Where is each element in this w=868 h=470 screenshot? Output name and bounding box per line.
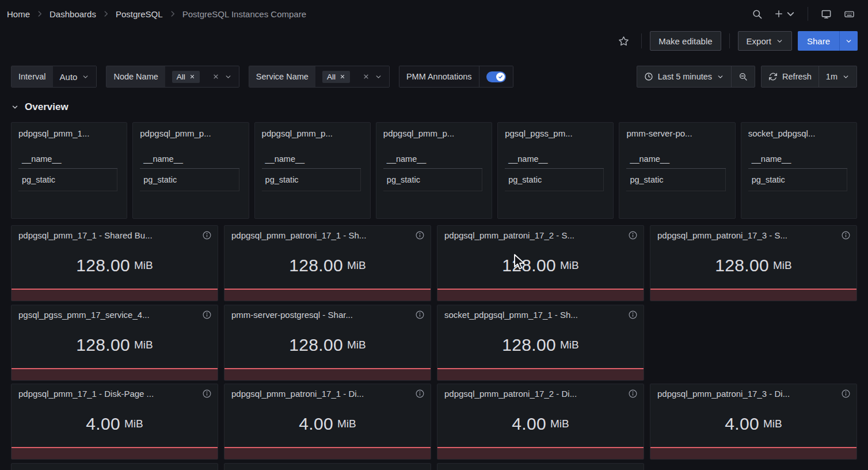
refresh-icon xyxy=(768,72,778,81)
breadcrumb-dashboards[interactable]: Dashboards xyxy=(50,9,96,19)
info-icon[interactable] xyxy=(841,230,851,240)
chevron-down-icon xyxy=(845,37,852,45)
panel-title[interactable]: pdpgsql_pmm_patroni_17_3 - Di... xyxy=(657,389,794,399)
share-split-button: Share xyxy=(798,31,858,51)
node-name-selected-chip[interactable]: All xyxy=(172,71,200,83)
panel-title[interactable]: pdpgsql_pmm_patroni_17_2 - S... xyxy=(444,230,579,240)
stat-panel[interactable]: pdpgsql_pmm_patroni_17_1 - Sh... 128.00M… xyxy=(224,225,431,301)
overview-section-toggle[interactable]: Overview xyxy=(11,101,857,113)
info-icon[interactable] xyxy=(415,389,425,399)
info-icon[interactable] xyxy=(202,230,212,240)
stat-panel[interactable] xyxy=(437,463,644,470)
empty-grid-slot xyxy=(650,305,857,381)
panel-title[interactable]: pmm-server-po... xyxy=(619,123,734,138)
table-column-header[interactable]: __name__ xyxy=(748,151,847,169)
stat-value: 128.00 xyxy=(502,256,556,275)
table-column-header[interactable]: __name__ xyxy=(383,151,482,169)
panel-title[interactable]: pdpgsql_pmm_1... xyxy=(12,123,127,138)
refresh-button[interactable]: Refresh xyxy=(762,66,818,87)
stat-value: 4.00 xyxy=(512,414,546,434)
overview-panel[interactable]: pdpgsql_pmm_p... __name__pg_static xyxy=(132,122,249,219)
info-icon[interactable] xyxy=(415,310,425,320)
panel-title[interactable]: pdpgsql_pmm_patroni_17_2 - Di... xyxy=(444,389,581,399)
clear-selection-icon[interactable] xyxy=(363,73,370,80)
panel-title[interactable]: pgsql_pgss_pm... xyxy=(498,123,613,138)
breadcrumb-postgresql[interactable]: PostgreSQL xyxy=(116,9,163,19)
overview-panel[interactable]: socket_pdpgsql... __name__pg_static xyxy=(741,122,857,219)
search-button[interactable] xyxy=(747,4,767,24)
stat-panel[interactable]: socket_pdpgsql_pmm_17_1 - Sh... 128.00Mi… xyxy=(437,305,644,381)
stat-value: 4.00 xyxy=(299,414,333,434)
info-icon[interactable] xyxy=(628,389,638,399)
share-menu-button[interactable] xyxy=(839,31,858,51)
stat-unit: MiB xyxy=(347,339,366,351)
stat-panel[interactable]: pmm-server-postgresql - Shar... 128.00Mi… xyxy=(224,305,431,381)
stat-panel[interactable]: pdpgsql_pmm_patroni_17_3 - S... 128.00Mi… xyxy=(650,225,857,301)
stat-panel[interactable] xyxy=(11,463,218,470)
interval-select[interactable]: Auto xyxy=(53,66,97,87)
panel-title[interactable]: pmm-server-postgresql - Shar... xyxy=(231,310,357,320)
stat-value: 128.00 xyxy=(76,335,130,355)
add-menu-button[interactable] xyxy=(770,4,800,24)
info-icon[interactable] xyxy=(202,310,212,320)
panel-title[interactable]: pdpgsql_pmm_patroni_17_1 - Sh... xyxy=(231,230,371,240)
overview-panel[interactable]: pdpgsql_pmm_1... __name__pg_static xyxy=(11,122,127,219)
stat-panel[interactable] xyxy=(224,463,431,470)
stat-panel[interactable]: pdpgsql_pmm_patroni_17_3 - Di... 4.00MiB xyxy=(650,384,857,460)
table-column-header[interactable]: __name__ xyxy=(262,151,361,169)
panel-title[interactable]: pdpgsql_pmm_patroni_17_1 - Di... xyxy=(231,389,368,399)
info-icon[interactable] xyxy=(202,389,212,399)
info-icon[interactable] xyxy=(415,230,425,240)
panel-title[interactable]: pdpgsql_pmm_p... xyxy=(376,123,492,138)
panel-title[interactable]: pdpgsql_pmm_patroni_17_3 - S... xyxy=(657,230,792,240)
stat-panel[interactable]: pdpgsql_pmm_patroni_17_2 - Di... 4.00MiB xyxy=(437,384,644,460)
stat-panel[interactable]: pdpgsql_pmm_patroni_17_1 - Di... 4.00MiB xyxy=(224,384,431,460)
table-column-header[interactable]: __name__ xyxy=(18,151,117,169)
dashboard-action-toolbar: Make editable Export Share xyxy=(0,28,868,54)
kiosk-mode-button[interactable] xyxy=(816,4,836,24)
stat-panel[interactable]: pgsql_pgss_pmm_17_service_4... 128.00MiB xyxy=(11,305,218,381)
remove-chip-icon[interactable] xyxy=(340,74,345,79)
make-editable-button[interactable]: Make editable xyxy=(650,31,721,51)
share-button[interactable]: Share xyxy=(798,31,839,51)
overview-panel[interactable]: pdpgsql_pmm_p... __name__pg_static xyxy=(376,122,492,219)
panel-title[interactable]: socket_pdpgsql_pmm_17_1 - Sh... xyxy=(444,310,583,320)
sparkline xyxy=(12,289,218,301)
keyboard-shortcuts-button[interactable] xyxy=(839,4,859,24)
panel-title[interactable]: pdpgsql_pmm_p... xyxy=(133,123,248,138)
export-button[interactable]: Export xyxy=(738,31,792,51)
breadcrumb: Home Dashboards PostgreSQL PostgreSQL In… xyxy=(7,9,306,19)
remove-chip-icon[interactable] xyxy=(189,74,195,79)
panel-title[interactable]: pdpgsql_pmm_17_1 - Shared Bu... xyxy=(18,230,157,240)
panel-title[interactable]: pgsql_pgss_pmm_17_service_4... xyxy=(18,310,154,320)
table-column-header[interactable]: __name__ xyxy=(140,151,239,169)
table-column-header[interactable]: __name__ xyxy=(505,151,604,169)
chevron-down-icon[interactable] xyxy=(224,73,232,81)
panel-title[interactable]: pdpgsql_pmm_p... xyxy=(255,123,370,138)
clear-selection-icon[interactable] xyxy=(212,73,219,80)
service-name-select[interactable]: All xyxy=(315,66,389,87)
table-column-header[interactable]: __name__ xyxy=(626,151,725,169)
refresh-interval-select[interactable]: 1m xyxy=(819,66,856,87)
overview-panel[interactable]: pdpgsql_pmm_p... __name__pg_static xyxy=(254,122,371,219)
service-name-selected-chip[interactable]: All xyxy=(322,71,350,83)
info-icon[interactable] xyxy=(841,389,851,399)
info-icon[interactable] xyxy=(628,310,638,320)
chevron-down-icon[interactable] xyxy=(375,73,382,81)
zoom-out-time-button[interactable] xyxy=(732,66,755,87)
breadcrumb-home[interactable]: Home xyxy=(7,9,30,19)
overview-panel[interactable]: pmm-server-po... __name__pg_static xyxy=(619,122,735,219)
chevron-down-icon xyxy=(842,73,850,81)
panel-title[interactable]: pdpgsql_pmm_17_1 - Disk-Page ... xyxy=(18,389,158,399)
info-icon[interactable] xyxy=(628,230,638,240)
time-range-button[interactable]: Last 5 minutes xyxy=(637,66,731,87)
node-name-select[interactable]: All xyxy=(165,66,239,87)
stat-panel[interactable]: pdpgsql_pmm_patroni_17_2 - S... 128.00Mi… xyxy=(437,225,644,301)
panel-title[interactable]: socket_pdpgsql... xyxy=(741,123,856,138)
overview-panel[interactable]: pgsql_pgss_pm... __name__pg_static xyxy=(497,122,614,219)
stat-panel[interactable]: pdpgsql_pmm_17_1 - Shared Bu... 128.00Mi… xyxy=(11,225,218,301)
favorite-button[interactable] xyxy=(614,31,633,51)
stat-panel[interactable]: pdpgsql_pmm_17_1 - Disk-Page ... 4.00MiB xyxy=(11,384,218,460)
table-cell: pg_static xyxy=(626,169,725,191)
pmm-annotations-toggle[interactable] xyxy=(486,71,506,82)
